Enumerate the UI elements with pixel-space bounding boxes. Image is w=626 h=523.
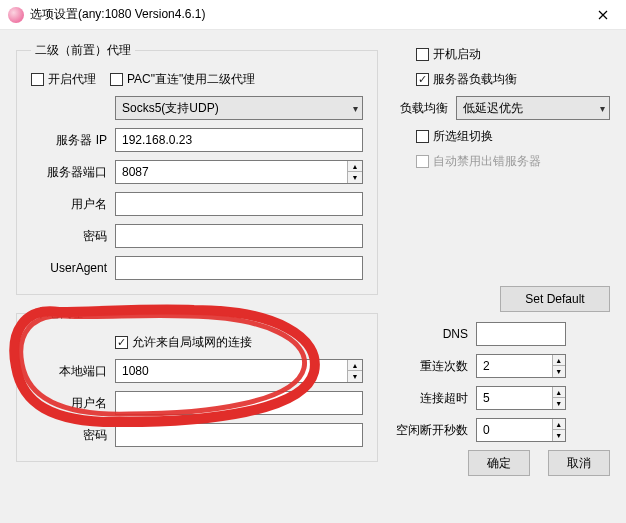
- window-title: 选项设置(any:1080 Version4.6.1): [30, 6, 580, 23]
- right-column: 开机启动 服务器负载均衡 负载均衡 低延迟优先 ▾: [396, 42, 610, 476]
- proxy-user-input[interactable]: [115, 192, 363, 216]
- cancel-button[interactable]: 取消: [548, 450, 610, 476]
- timeout-label: 连接超时: [396, 390, 476, 407]
- checkbox-icon: [115, 336, 128, 349]
- chevron-down-icon: ▾: [353, 103, 358, 114]
- spin-up-icon[interactable]: ▲: [553, 419, 565, 430]
- spin-down-icon[interactable]: ▼: [553, 398, 565, 409]
- server-ip-label: 服务器 IP: [31, 132, 115, 149]
- autostart-label: 开机启动: [433, 46, 481, 63]
- spin-up-icon[interactable]: ▲: [553, 387, 565, 398]
- spin-down-icon[interactable]: ▼: [348, 172, 362, 183]
- local-proxy-group: 本地代理 允许来自局域网的连接 本地端口 ▲▼: [16, 305, 378, 462]
- proxy-password-label: 密码: [31, 228, 115, 245]
- secondary-proxy-group: 二级（前置）代理 开启代理 PAC"直连"使用二级代理: [16, 42, 378, 295]
- spin-down-icon[interactable]: ▼: [553, 366, 565, 377]
- spin-down-icon[interactable]: ▼: [348, 371, 362, 382]
- title-bar: 选项设置(any:1080 Version4.6.1): [0, 0, 626, 30]
- app-icon: [8, 7, 24, 23]
- spin-up-icon[interactable]: ▲: [553, 355, 565, 366]
- checkbox-icon: [416, 48, 429, 61]
- spin-up-icon[interactable]: ▲: [348, 360, 362, 371]
- allow-lan-label: 允许来自局域网的连接: [132, 334, 252, 351]
- idle-label: 空闲断开秒数: [396, 422, 476, 439]
- checkbox-icon: [31, 73, 44, 86]
- loadbalance-checkbox[interactable]: 服务器负载均衡: [416, 71, 517, 88]
- pac-direct-checkbox[interactable]: PAC"直连"使用二级代理: [110, 71, 255, 88]
- checkbox-icon: [416, 73, 429, 86]
- server-port-label: 服务器端口: [31, 164, 115, 181]
- idle-spinner[interactable]: ▲▼: [476, 418, 566, 442]
- checkbox-icon: [416, 155, 429, 168]
- dns-input[interactable]: [476, 322, 566, 346]
- group-switch-label: 所选组切换: [433, 128, 493, 145]
- local-proxy-legend: 本地代理: [31, 305, 87, 322]
- checkbox-icon: [416, 130, 429, 143]
- useragent-input[interactable]: [115, 256, 363, 280]
- close-button[interactable]: [580, 0, 626, 29]
- reconnect-spinner[interactable]: ▲▼: [476, 354, 566, 378]
- pac-direct-label: PAC"直连"使用二级代理: [127, 71, 255, 88]
- server-port-spinner[interactable]: ▲▼: [115, 160, 363, 184]
- right-form: DNS 重连次数 ▲▼ 连接超时: [396, 322, 610, 442]
- loadbalance-label: 服务器负载均衡: [433, 71, 517, 88]
- loadbalance-mode-select[interactable]: 低延迟优先 ▾: [456, 96, 610, 120]
- secondary-proxy-legend: 二级（前置）代理: [31, 42, 135, 59]
- group-switch-checkbox[interactable]: 所选组切换: [416, 128, 493, 145]
- timeout-input[interactable]: [477, 387, 552, 409]
- local-port-input[interactable]: [116, 360, 347, 382]
- autostart-checkbox[interactable]: 开机启动: [416, 46, 481, 63]
- enable-proxy-checkbox[interactable]: 开启代理: [31, 71, 96, 88]
- timeout-spinner[interactable]: ▲▼: [476, 386, 566, 410]
- dns-label: DNS: [396, 327, 476, 341]
- protocol-select[interactable]: Socks5(支持UDP) ▾: [115, 96, 363, 120]
- checkbox-icon: [110, 73, 123, 86]
- local-password-label: 密码: [31, 427, 115, 444]
- idle-input[interactable]: [477, 419, 552, 441]
- loadbalance-mode-label: 负载均衡: [396, 100, 456, 117]
- local-port-spinner[interactable]: ▲▼: [115, 359, 363, 383]
- proxy-password-input[interactable]: [115, 224, 363, 248]
- local-port-label: 本地端口: [31, 363, 115, 380]
- reconnect-label: 重连次数: [396, 358, 476, 375]
- spin-up-icon[interactable]: ▲: [348, 161, 362, 172]
- local-password-input[interactable]: [115, 423, 363, 447]
- useragent-label: UserAgent: [31, 261, 115, 275]
- local-user-label: 用户名: [31, 395, 115, 412]
- loadbalance-mode-value: 低延迟优先: [463, 100, 523, 117]
- ok-button[interactable]: 确定: [468, 450, 530, 476]
- protocol-value: Socks5(支持UDP): [122, 100, 219, 117]
- auto-disable-checkbox: 自动禁用出错服务器: [416, 153, 541, 170]
- server-port-input[interactable]: [116, 161, 347, 183]
- set-default-button[interactable]: Set Default: [500, 286, 610, 312]
- allow-lan-checkbox[interactable]: 允许来自局域网的连接: [115, 334, 252, 351]
- enable-proxy-label: 开启代理: [48, 71, 96, 88]
- close-icon: [598, 10, 608, 20]
- local-user-input[interactable]: [115, 391, 363, 415]
- server-ip-input[interactable]: [115, 128, 363, 152]
- reconnect-input[interactable]: [477, 355, 552, 377]
- chevron-down-icon: ▾: [600, 103, 605, 114]
- proxy-user-label: 用户名: [31, 196, 115, 213]
- auto-disable-label: 自动禁用出错服务器: [433, 153, 541, 170]
- spin-down-icon[interactable]: ▼: [553, 430, 565, 441]
- client-area: 二级（前置）代理 开启代理 PAC"直连"使用二级代理: [0, 30, 626, 523]
